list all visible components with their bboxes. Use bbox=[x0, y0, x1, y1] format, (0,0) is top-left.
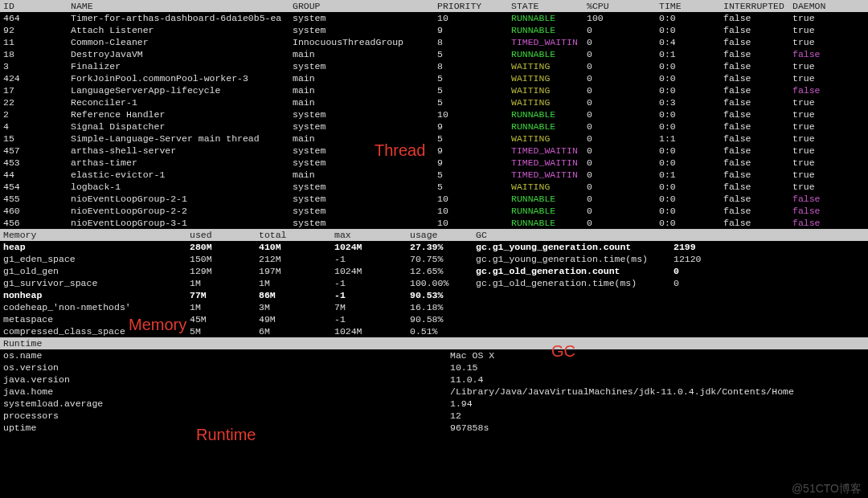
cell: Common-Cleaner bbox=[71, 36, 293, 48]
cell: Timer-for-arthas-dashboard-6da1e0b5-ea bbox=[71, 12, 293, 24]
cell: 0:0 bbox=[659, 120, 723, 133]
col-id: ID bbox=[3, 0, 71, 12]
cell: false bbox=[792, 205, 841, 217]
col-gc: GC bbox=[476, 229, 487, 241]
runtime-key: os.name bbox=[3, 349, 450, 361]
cell: 5 bbox=[437, 84, 511, 96]
cell: 100.00% bbox=[410, 277, 476, 289]
cell: WAITING bbox=[511, 96, 587, 108]
cell: 0 bbox=[587, 145, 659, 157]
col-time: TIME bbox=[659, 0, 723, 12]
col-state: STATE bbox=[511, 0, 587, 12]
cell: -1 bbox=[334, 253, 410, 265]
table-row: 22Reconciler-1main5WAITING00:3falsetrue bbox=[0, 96, 868, 108]
cell: -1 bbox=[334, 289, 410, 301]
cell: 0:1 bbox=[659, 48, 723, 60]
cell: 0 bbox=[587, 169, 659, 181]
cell bbox=[674, 325, 754, 337]
cell: 6M bbox=[259, 325, 334, 337]
cell: 45M bbox=[190, 313, 259, 325]
cell: RUNNABLE bbox=[511, 217, 587, 229]
cell: 0:0 bbox=[659, 193, 723, 205]
cell: 457 bbox=[3, 145, 71, 157]
table-row: 3Finalizersystem8WAITING00:0falsetrue bbox=[0, 60, 868, 72]
cell: 9 bbox=[437, 157, 511, 169]
cell: 1:1 bbox=[659, 133, 723, 145]
cell: nonheap bbox=[3, 289, 190, 301]
cell: LanguageServerApp-lifecycle bbox=[71, 84, 293, 96]
cell: 9 bbox=[437, 120, 511, 133]
cell: true bbox=[792, 60, 841, 72]
cell: system bbox=[293, 181, 437, 193]
cell: 90.53% bbox=[410, 289, 476, 301]
cell: main bbox=[293, 84, 437, 96]
table-row: processors12 bbox=[0, 410, 868, 422]
cell: system bbox=[293, 205, 437, 217]
cell: 0:1 bbox=[659, 169, 723, 181]
cell: 0:0 bbox=[659, 84, 723, 96]
cell: DestroyJavaVM bbox=[71, 48, 293, 60]
cell: main bbox=[293, 48, 437, 60]
cell bbox=[476, 325, 674, 337]
cell: WAITING bbox=[511, 181, 587, 193]
table-row: 455nioEventLoopGroup-2-1system10RUNNABLE… bbox=[0, 193, 868, 205]
cell: true bbox=[792, 169, 841, 181]
cell: 5 bbox=[437, 72, 511, 84]
cell: 2199 bbox=[674, 241, 754, 253]
memory-header: Memory used total max usage GC bbox=[0, 229, 868, 241]
cell: 0 bbox=[674, 277, 754, 289]
cell: false bbox=[723, 193, 792, 205]
runtime-key: systemload.average bbox=[3, 398, 450, 410]
cell: RUNNABLE bbox=[511, 205, 587, 217]
cell: elastic-evictor-1 bbox=[71, 169, 293, 181]
cell: false bbox=[723, 181, 792, 193]
runtime-value: 10.15 bbox=[450, 361, 868, 374]
table-row: 17LanguageServerApp-lifecyclemain5WAITIN… bbox=[0, 84, 868, 96]
runtime-value: 12 bbox=[450, 410, 868, 422]
col-total: total bbox=[259, 229, 334, 241]
table-row: 92Attach Listenersystem9RUNNABLE00:0fals… bbox=[0, 24, 868, 36]
cell: true bbox=[792, 96, 841, 108]
runtime-value: 967858s bbox=[450, 422, 868, 434]
cell: 212M bbox=[259, 253, 334, 265]
cell: 90.58% bbox=[410, 313, 476, 325]
cell: 22 bbox=[3, 96, 71, 108]
cell: system bbox=[293, 60, 437, 72]
runtime-value: 11.0.4 bbox=[450, 374, 868, 386]
cell: true bbox=[792, 145, 841, 157]
cell: 0:0 bbox=[659, 217, 723, 229]
table-row: 15Simple-Language-Server main threadmain… bbox=[0, 133, 868, 145]
table-row: 457arthas-shell-serversystem9TIMED_WAITI… bbox=[0, 145, 868, 157]
col-daemon: DAEMON bbox=[792, 0, 841, 12]
cell: RUNNABLE bbox=[511, 120, 587, 133]
table-row: g1_old_gen129M197M1024M12.65%gc.g1_old_g… bbox=[0, 265, 868, 277]
cell: 5 bbox=[437, 48, 511, 60]
watermark: @51CTO博客 bbox=[792, 483, 862, 495]
cell: arthas-timer bbox=[71, 157, 293, 169]
cell: false bbox=[792, 84, 841, 96]
table-row: codeheap_'non-nmethods'1M3M7M16.18% bbox=[0, 301, 868, 313]
cell: 150M bbox=[190, 253, 259, 265]
cell: 11 bbox=[3, 36, 71, 48]
cell: 0 bbox=[587, 133, 659, 145]
cell: 0:0 bbox=[659, 12, 723, 24]
cell: false bbox=[792, 48, 841, 60]
cell: true bbox=[792, 72, 841, 84]
cell: 0:0 bbox=[659, 72, 723, 84]
cell: gc.g1_old_generation.count bbox=[476, 265, 674, 277]
cell: 1M bbox=[190, 277, 259, 289]
cell: false bbox=[792, 217, 841, 229]
cell: Finalizer bbox=[71, 60, 293, 72]
runtime-table-body: os.nameMac OS Xos.version10.15java.versi… bbox=[0, 349, 868, 434]
cell: 1M bbox=[190, 301, 259, 313]
cell bbox=[476, 313, 674, 325]
runtime-value: /Library/Java/JavaVirtualMachines/jdk-11… bbox=[450, 386, 868, 398]
cell: 0:0 bbox=[659, 24, 723, 36]
col-max: max bbox=[334, 229, 410, 241]
cell: main bbox=[293, 96, 437, 108]
cell: Simple-Language-Server main thread bbox=[71, 133, 293, 145]
cell: Attach Listener bbox=[71, 24, 293, 36]
cell: false bbox=[792, 193, 841, 205]
cell: WAITING bbox=[511, 133, 587, 145]
cell: InnocuousThreadGroup bbox=[293, 36, 437, 48]
